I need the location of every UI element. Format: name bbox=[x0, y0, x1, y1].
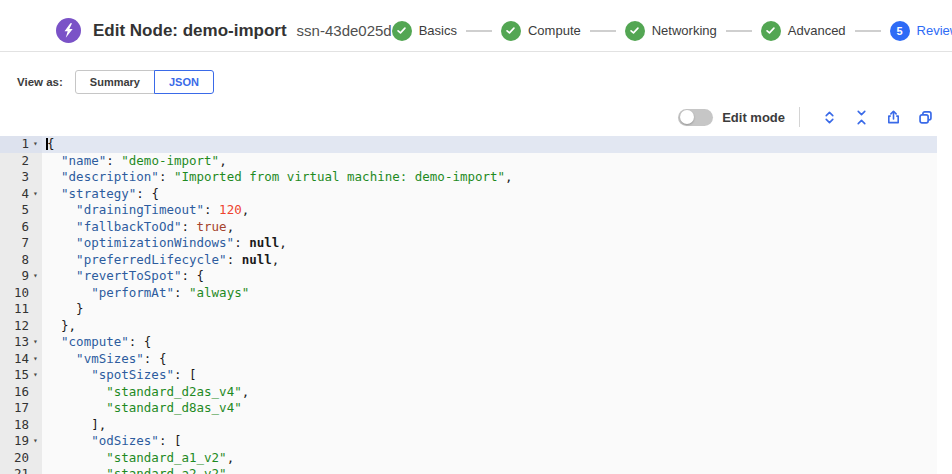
line-number: 6 bbox=[0, 219, 42, 236]
editor-toolbar: Edit mode bbox=[0, 106, 938, 128]
line-number: 3 bbox=[0, 169, 42, 186]
spot-logo-icon bbox=[56, 18, 81, 43]
code-line-4[interactable]: 4▾ "strategy": { bbox=[0, 186, 937, 203]
code-line-10[interactable]: 10 "performAt": "always" bbox=[0, 285, 937, 302]
line-number: 4▾ bbox=[0, 186, 42, 203]
step-label: Basics bbox=[419, 23, 457, 38]
line-number: 13▾ bbox=[0, 334, 42, 351]
fold-caret-icon[interactable]: ▾ bbox=[29, 334, 42, 351]
code-line-16[interactable]: 16 "standard_d2as_v4", bbox=[0, 384, 937, 401]
collapse-all-icon[interactable] bbox=[849, 107, 874, 128]
editor-scrollbar-area[interactable] bbox=[937, 136, 952, 474]
code-line-7[interactable]: 7 "optimizationWindows": null, bbox=[0, 235, 937, 252]
code-line-3[interactable]: 3 "description": "Imported from virtual … bbox=[0, 169, 937, 186]
fold-caret-icon[interactable]: ▾ bbox=[29, 367, 42, 384]
edit-node-page: Edit Node: demo-import ssn-43de025d Basi… bbox=[0, 0, 952, 474]
step-label: Advanced bbox=[788, 23, 846, 38]
code-line-11[interactable]: 11 } bbox=[0, 301, 937, 318]
line-number: 7 bbox=[0, 235, 42, 252]
code-line-18[interactable]: 18 ], bbox=[0, 417, 937, 434]
fold-caret-icon[interactable]: ▾ bbox=[29, 433, 42, 450]
step-number: 5 bbox=[890, 21, 910, 41]
header: Edit Node: demo-import ssn-43de025d Basi… bbox=[0, 0, 952, 52]
step-connector bbox=[466, 30, 492, 32]
line-number: 17 bbox=[0, 400, 42, 417]
line-number: 16 bbox=[0, 384, 42, 401]
step-connector bbox=[855, 30, 881, 32]
step-check-icon bbox=[392, 21, 412, 41]
step-advanced[interactable]: Advanced bbox=[761, 21, 846, 41]
step-label: Networking bbox=[652, 23, 717, 38]
line-number: 12 bbox=[0, 318, 42, 335]
page-title: Edit Node: demo-import bbox=[93, 21, 287, 41]
step-check-icon bbox=[761, 21, 781, 41]
edit-mode-toggle[interactable] bbox=[678, 109, 713, 126]
line-number: 21 bbox=[0, 466, 42, 474]
step-label: Review bbox=[917, 23, 952, 38]
view-as-json[interactable]: JSON bbox=[154, 70, 214, 94]
line-number: 11 bbox=[0, 301, 42, 318]
fold-caret-icon[interactable]: ▾ bbox=[29, 268, 42, 285]
line-number: 1▾ bbox=[0, 136, 42, 153]
line-number: 10 bbox=[0, 285, 42, 302]
line-number: 8 bbox=[0, 252, 42, 269]
code-line-1[interactable]: 1▾{ bbox=[0, 136, 937, 153]
toggle-knob bbox=[680, 110, 694, 124]
stepper: BasicsComputeNetworkingAdvanced5Review bbox=[392, 21, 952, 41]
code-line-17[interactable]: 17 "standard_d8as_v4" bbox=[0, 400, 937, 417]
editor-wrap: 1▾{2 "name": "demo-import",3 "descriptio… bbox=[0, 136, 952, 474]
line-number: 19▾ bbox=[0, 433, 42, 450]
code-line-12[interactable]: 12 }, bbox=[0, 318, 937, 335]
expand-all-icon[interactable] bbox=[817, 107, 842, 128]
view-as-summary[interactable]: Summary bbox=[75, 70, 155, 94]
code-line-8[interactable]: 8 "preferredLifecycle": null, bbox=[0, 252, 937, 269]
step-check-icon bbox=[501, 21, 521, 41]
step-connector bbox=[590, 30, 616, 32]
json-editor[interactable]: 1▾{2 "name": "demo-import",3 "descriptio… bbox=[0, 136, 937, 474]
line-number: 2 bbox=[0, 153, 42, 170]
code-line-6[interactable]: 6 "fallbackToOd": true, bbox=[0, 219, 937, 236]
code-line-13[interactable]: 13▾ "compute": { bbox=[0, 334, 937, 351]
code-line-20[interactable]: 20 "standard_a1_v2", bbox=[0, 450, 937, 467]
fold-caret-icon[interactable]: ▾ bbox=[29, 136, 42, 153]
toolbar-divider bbox=[799, 107, 800, 127]
step-review[interactable]: 5Review bbox=[890, 21, 952, 41]
line-number: 20 bbox=[0, 450, 42, 467]
copy-icon[interactable] bbox=[913, 107, 938, 128]
code-line-2[interactable]: 2 "name": "demo-import", bbox=[0, 153, 937, 170]
step-networking[interactable]: Networking bbox=[625, 21, 717, 41]
view-as-group: SummaryJSON bbox=[75, 70, 214, 94]
code-line-15[interactable]: 15▾ "spotSizes": [ bbox=[0, 367, 937, 384]
step-basics[interactable]: Basics bbox=[392, 21, 457, 41]
line-number: 5 bbox=[0, 202, 42, 219]
code-line-5[interactable]: 5 "drainingTimeout": 120, bbox=[0, 202, 937, 219]
step-check-icon bbox=[625, 21, 645, 41]
edit-mode-label: Edit mode bbox=[722, 110, 785, 125]
view-as-row: View as: SummaryJSON bbox=[17, 70, 952, 94]
line-number: 9▾ bbox=[0, 268, 42, 285]
code-line-14[interactable]: 14▾ "vmSizes": { bbox=[0, 351, 937, 368]
export-icon[interactable] bbox=[881, 107, 906, 128]
step-label: Compute bbox=[528, 23, 581, 38]
fold-caret-icon[interactable]: ▾ bbox=[29, 186, 42, 203]
code-line-9[interactable]: 9▾ "revertToSpot": { bbox=[0, 268, 937, 285]
step-compute[interactable]: Compute bbox=[501, 21, 581, 41]
line-number: 15▾ bbox=[0, 367, 42, 384]
code-line-19[interactable]: 19▾ "odSizes": [ bbox=[0, 433, 937, 450]
view-as-label: View as: bbox=[17, 76, 63, 88]
line-number: 18 bbox=[0, 417, 42, 434]
node-id: ssn-43de025d bbox=[297, 22, 392, 39]
step-connector bbox=[726, 30, 752, 32]
code-line-21[interactable]: 21 "standard_a2_v2", bbox=[0, 466, 937, 474]
editor-actions bbox=[810, 107, 938, 128]
fold-caret-icon[interactable]: ▾ bbox=[29, 351, 42, 368]
line-number: 14▾ bbox=[0, 351, 42, 368]
